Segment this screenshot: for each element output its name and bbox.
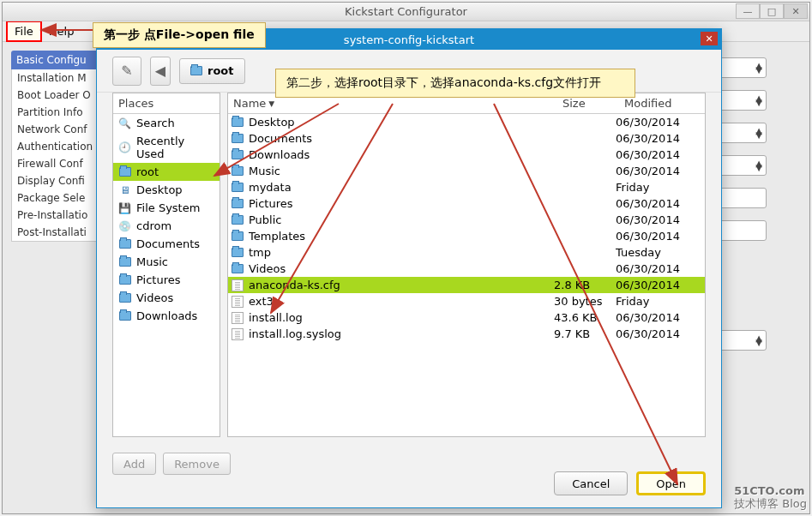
folder-icon: [232, 150, 244, 159]
file-modified: 06/30/2014: [616, 148, 701, 161]
sidebar-item[interactable]: Pre-Installatio: [11, 207, 110, 224]
maximize-button[interactable]: □: [760, 3, 784, 19]
file-row[interactable]: Desktop06/30/2014: [228, 114, 705, 130]
file-modified: Friday: [616, 181, 701, 194]
file-row[interactable]: install.log43.6 KB06/30/2014: [228, 309, 705, 326]
place-item[interactable]: 💾File System: [113, 199, 220, 217]
place-item[interactable]: 💿cdrom: [113, 217, 220, 235]
sidebar-item[interactable]: Firewall Conf: [11, 155, 110, 172]
file-icon: [232, 328, 244, 340]
file-row[interactable]: Public06/30/2014: [228, 212, 705, 228]
place-label: Search: [136, 117, 175, 129]
place-label: Music: [136, 255, 168, 268]
file-row[interactable]: mydataFriday: [228, 179, 705, 195]
back-button[interactable]: ◀: [150, 57, 171, 86]
sidebar-item[interactable]: Display Confi: [11, 172, 110, 189]
place-item[interactable]: 🔍Search: [113, 114, 220, 132]
place-label: Documents: [136, 237, 200, 250]
callout-step2: 第二步，选择root目录下，选择anaconda-ks.cfg文件打开: [275, 69, 635, 98]
place-item[interactable]: Documents: [113, 235, 220, 253]
place-icon: [118, 238, 131, 249]
file-size: 30 bytes: [554, 295, 616, 308]
file-chooser: Places 🔍Search🕘Recently Usedroot🖥Desktop…: [97, 93, 721, 446]
folder-icon: [232, 183, 244, 192]
folder-icon: [232, 166, 244, 176]
file-name: Videos: [249, 262, 286, 275]
place-icon: 🕘: [118, 142, 131, 153]
sidebar-title[interactable]: Basic Configu: [11, 51, 110, 69]
file-row[interactable]: tmpTuesday: [228, 244, 705, 261]
file-icon: [232, 279, 244, 291]
place-icon: [118, 166, 131, 177]
file-name: Downloads: [249, 148, 310, 161]
place-icon: 🔍: [118, 117, 131, 129]
place-item[interactable]: Music: [113, 253, 220, 271]
file-name: install.log: [249, 311, 303, 324]
file-name: ext3: [249, 295, 274, 308]
edit-location-button[interactable]: ✎: [112, 57, 141, 86]
sidebar-item[interactable]: Installation M: [11, 69, 110, 87]
place-item[interactable]: 🖥Desktop: [113, 181, 220, 199]
sidebar-item[interactable]: Partition Info: [11, 104, 110, 121]
file-name: anaconda-ks.cfg: [249, 279, 340, 291]
menu-help[interactable]: Help: [42, 22, 81, 40]
places-header: Places: [113, 93, 220, 114]
places-panel: Places 🔍Search🕘Recently Usedroot🖥Desktop…: [112, 93, 220, 437]
cancel-button[interactable]: Cancel: [554, 471, 628, 495]
sidebar-item[interactable]: Post-Installati: [11, 224, 110, 242]
file-name: Desktop: [249, 116, 295, 129]
places-remove-button[interactable]: Remove: [163, 453, 231, 475]
file-row[interactable]: ext330 bytesFriday: [228, 293, 705, 309]
place-item[interactable]: Downloads: [113, 307, 220, 325]
minimize-button[interactable]: —: [736, 3, 760, 19]
places-add-button[interactable]: Add: [112, 453, 156, 475]
file-open-dialog: system-config-kickstart ✕ ✎ ◀ root Place…: [96, 28, 722, 508]
open-button[interactable]: Open: [636, 471, 706, 495]
main-sidebar: Basic Configu Installation MBoot Loader …: [11, 51, 110, 351]
file-name: Pictures: [249, 197, 292, 210]
file-row[interactable]: Music06/30/2014: [228, 163, 705, 179]
file-row[interactable]: Documents06/30/2014: [228, 130, 705, 147]
place-item[interactable]: Pictures: [113, 271, 220, 289]
file-row[interactable]: anaconda-ks.cfg2.8 KB06/30/2014: [228, 277, 705, 293]
file-icon: [232, 296, 244, 308]
file-name: Music: [249, 165, 280, 177]
file-name: install.log.syslog: [249, 327, 341, 340]
file-row[interactable]: Downloads06/30/2014: [228, 147, 705, 163]
sidebar-item[interactable]: Network Conf: [11, 121, 110, 138]
place-icon: [118, 292, 131, 303]
close-button[interactable]: ✕: [784, 3, 808, 19]
sidebar-item[interactable]: Package Sele: [11, 189, 110, 207]
file-modified: 06/30/2014: [616, 327, 701, 340]
place-icon: 🖥: [118, 184, 131, 195]
file-modified: Tuesday: [616, 246, 701, 259]
place-item[interactable]: root: [113, 163, 220, 181]
file-row[interactable]: install.log.syslog9.7 KB06/30/2014: [228, 326, 705, 342]
path-root-button[interactable]: root: [179, 58, 245, 84]
place-label: Recently Used: [136, 135, 214, 160]
place-item[interactable]: 🕘Recently Used: [113, 132, 220, 163]
folder-icon: [232, 231, 244, 241]
file-list-panel: Name ▼ Size Modified Desktop06/30/2014Do…: [227, 93, 706, 437]
place-label: File System: [136, 201, 200, 214]
file-size: 43.6 KB: [554, 311, 616, 324]
sidebar-item[interactable]: Boot Loader O: [11, 87, 110, 104]
place-icon: [118, 274, 131, 285]
place-item[interactable]: Videos: [113, 289, 220, 307]
folder-icon: [232, 117, 244, 127]
file-row[interactable]: Pictures06/30/2014: [228, 195, 705, 212]
place-label: Videos: [136, 291, 173, 304]
file-size: 9.7 KB: [554, 327, 616, 340]
place-icon: [118, 310, 131, 321]
file-row[interactable]: Templates06/30/2014: [228, 228, 705, 244]
file-modified: 06/30/2014: [616, 116, 701, 129]
file-row[interactable]: Videos06/30/2014: [228, 261, 705, 277]
file-size: 2.8 KB: [554, 279, 616, 291]
menu-file[interactable]: File: [6, 21, 42, 42]
folder-icon: [232, 199, 244, 208]
dialog-close-button[interactable]: ✕: [701, 32, 718, 45]
file-modified: 06/30/2014: [616, 262, 701, 275]
folder-icon: [232, 215, 244, 225]
place-label: Pictures: [136, 273, 180, 286]
sidebar-item[interactable]: Authentication: [11, 138, 110, 155]
